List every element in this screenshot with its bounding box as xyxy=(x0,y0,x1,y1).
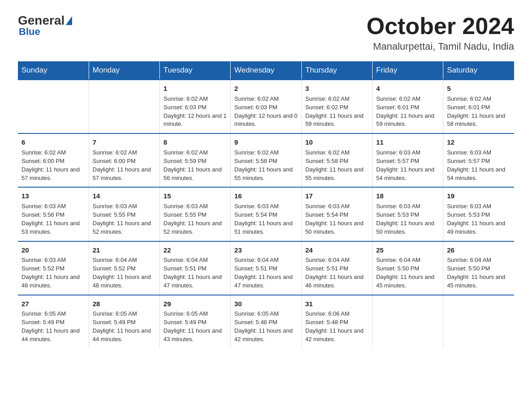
day-info: Sunrise: 6:02 AMSunset: 5:58 PMDaylight:… xyxy=(305,149,369,182)
day-number: 3 xyxy=(305,84,369,94)
day-info: Sunrise: 6:02 AMSunset: 6:03 PMDaylight:… xyxy=(163,95,227,128)
day-number: 7 xyxy=(93,137,156,147)
calendar-cell: 6Sunrise: 6:02 AMSunset: 6:00 PMDaylight… xyxy=(18,133,89,187)
day-info: Sunrise: 6:05 AMSunset: 5:49 PMDaylight:… xyxy=(21,310,85,343)
day-info: Sunrise: 6:02 AMSunset: 5:59 PMDaylight:… xyxy=(163,149,227,182)
calendar-cell: 31Sunrise: 6:06 AMSunset: 5:48 PMDayligh… xyxy=(301,295,372,348)
calendar-cell: 1Sunrise: 6:02 AMSunset: 6:03 PMDaylight… xyxy=(160,80,231,133)
calendar-cell: 13Sunrise: 6:03 AMSunset: 5:56 PMDayligh… xyxy=(18,187,89,241)
calendar-cell: 4Sunrise: 6:02 AMSunset: 6:01 PMDaylight… xyxy=(372,80,443,133)
calendar-cell: 7Sunrise: 6:02 AMSunset: 6:00 PMDaylight… xyxy=(89,133,159,187)
calendar-cell: 11Sunrise: 6:03 AMSunset: 5:57 PMDayligh… xyxy=(372,133,443,187)
day-info: Sunrise: 6:02 AMSunset: 6:01 PMDaylight:… xyxy=(376,95,439,128)
calendar-cell: 16Sunrise: 6:03 AMSunset: 5:54 PMDayligh… xyxy=(231,187,301,241)
calendar-week-row: 13Sunrise: 6:03 AMSunset: 5:56 PMDayligh… xyxy=(18,187,514,241)
calendar-cell: 3Sunrise: 6:02 AMSunset: 6:02 PMDaylight… xyxy=(301,80,372,133)
day-info: Sunrise: 6:04 AMSunset: 5:51 PMDaylight:… xyxy=(163,256,227,290)
calendar-cell: 9Sunrise: 6:02 AMSunset: 5:58 PMDaylight… xyxy=(231,133,301,187)
day-info: Sunrise: 6:04 AMSunset: 5:51 PMDaylight:… xyxy=(305,256,369,290)
day-number: 21 xyxy=(93,245,156,255)
day-number: 4 xyxy=(376,84,439,94)
calendar-cell xyxy=(443,295,514,348)
day-number: 29 xyxy=(163,299,227,309)
calendar-cell: 12Sunrise: 6:03 AMSunset: 5:57 PMDayligh… xyxy=(443,133,514,187)
day-info: Sunrise: 6:04 AMSunset: 5:51 PMDaylight:… xyxy=(234,256,297,290)
calendar-week-row: 27Sunrise: 6:05 AMSunset: 5:49 PMDayligh… xyxy=(18,295,514,348)
calendar-cell: 2Sunrise: 6:02 AMSunset: 6:03 PMDaylight… xyxy=(231,80,301,133)
day-info: Sunrise: 6:02 AMSunset: 6:01 PMDaylight:… xyxy=(447,95,511,128)
day-info: Sunrise: 6:02 AMSunset: 6:00 PMDaylight:… xyxy=(93,149,156,182)
calendar-week-row: 6Sunrise: 6:02 AMSunset: 6:00 PMDaylight… xyxy=(18,133,514,187)
day-info: Sunrise: 6:04 AMSunset: 5:50 PMDaylight:… xyxy=(447,256,511,290)
calendar-cell: 23Sunrise: 6:04 AMSunset: 5:51 PMDayligh… xyxy=(231,241,301,295)
calendar-cell: 19Sunrise: 6:03 AMSunset: 5:53 PMDayligh… xyxy=(443,187,514,241)
calendar-cell: 14Sunrise: 6:03 AMSunset: 5:55 PMDayligh… xyxy=(89,187,159,241)
calendar-cell: 29Sunrise: 6:05 AMSunset: 5:49 PMDayligh… xyxy=(160,295,231,348)
calendar-header-friday: Friday xyxy=(372,61,443,80)
calendar-cell: 21Sunrise: 6:04 AMSunset: 5:52 PMDayligh… xyxy=(89,241,159,295)
day-info: Sunrise: 6:02 AMSunset: 6:03 PMDaylight:… xyxy=(234,95,297,128)
calendar-header-thursday: Thursday xyxy=(301,61,372,80)
day-number: 27 xyxy=(21,299,85,309)
calendar-cell: 22Sunrise: 6:04 AMSunset: 5:51 PMDayligh… xyxy=(160,241,231,295)
calendar-cell: 10Sunrise: 6:02 AMSunset: 5:58 PMDayligh… xyxy=(301,133,372,187)
day-number: 17 xyxy=(305,191,369,201)
day-number: 18 xyxy=(376,191,439,201)
day-number: 20 xyxy=(21,245,85,255)
calendar-header-saturday: Saturday xyxy=(443,61,514,80)
day-info: Sunrise: 6:06 AMSunset: 5:48 PMDaylight:… xyxy=(305,310,369,343)
calendar-cell: 18Sunrise: 6:03 AMSunset: 5:53 PMDayligh… xyxy=(372,187,443,241)
day-number: 1 xyxy=(163,84,227,94)
day-number: 24 xyxy=(305,245,369,255)
day-info: Sunrise: 6:02 AMSunset: 6:00 PMDaylight:… xyxy=(21,149,85,182)
day-info: Sunrise: 6:02 AMSunset: 5:58 PMDaylight:… xyxy=(234,149,297,182)
day-info: Sunrise: 6:03 AMSunset: 5:52 PMDaylight:… xyxy=(21,256,85,290)
calendar-header-row: SundayMondayTuesdayWednesdayThursdayFrid… xyxy=(18,61,514,80)
day-info: Sunrise: 6:03 AMSunset: 5:53 PMDaylight:… xyxy=(447,202,511,236)
day-number: 9 xyxy=(234,137,297,147)
day-info: Sunrise: 6:03 AMSunset: 5:57 PMDaylight:… xyxy=(376,149,439,182)
day-info: Sunrise: 6:03 AMSunset: 5:53 PMDaylight:… xyxy=(376,202,439,236)
calendar-cell: 8Sunrise: 6:02 AMSunset: 5:59 PMDaylight… xyxy=(160,133,231,187)
title-area: October 2024 Manalurpettai, Tamil Nadu, … xyxy=(367,13,515,52)
calendar-cell: 5Sunrise: 6:02 AMSunset: 6:01 PMDaylight… xyxy=(443,80,514,133)
day-number: 25 xyxy=(376,245,439,255)
calendar-cell: 20Sunrise: 6:03 AMSunset: 5:52 PMDayligh… xyxy=(18,241,89,295)
logo-triangle-icon xyxy=(66,16,72,25)
day-number: 13 xyxy=(21,191,85,201)
month-title: October 2024 xyxy=(367,13,515,39)
day-info: Sunrise: 6:04 AMSunset: 5:50 PMDaylight:… xyxy=(376,256,439,290)
day-info: Sunrise: 6:03 AMSunset: 5:54 PMDaylight:… xyxy=(305,202,369,236)
day-number: 23 xyxy=(234,245,297,255)
calendar-header-tuesday: Tuesday xyxy=(160,61,231,80)
calendar-cell: 28Sunrise: 6:05 AMSunset: 5:49 PMDayligh… xyxy=(89,295,159,348)
day-number: 8 xyxy=(163,137,227,147)
day-info: Sunrise: 6:03 AMSunset: 5:55 PMDaylight:… xyxy=(93,202,156,236)
day-number: 16 xyxy=(234,191,297,201)
day-number: 28 xyxy=(93,299,156,309)
day-number: 14 xyxy=(93,191,156,201)
day-info: Sunrise: 6:03 AMSunset: 5:56 PMDaylight:… xyxy=(21,202,85,236)
calendar-cell: 15Sunrise: 6:03 AMSunset: 5:55 PMDayligh… xyxy=(160,187,231,241)
location-title: Manalurpettai, Tamil Nadu, India xyxy=(367,41,515,52)
calendar-week-row: 20Sunrise: 6:03 AMSunset: 5:52 PMDayligh… xyxy=(18,241,514,295)
day-info: Sunrise: 6:05 AMSunset: 5:48 PMDaylight:… xyxy=(234,310,297,343)
calendar-cell: 26Sunrise: 6:04 AMSunset: 5:50 PMDayligh… xyxy=(443,241,514,295)
calendar-cell: 30Sunrise: 6:05 AMSunset: 5:48 PMDayligh… xyxy=(231,295,301,348)
logo-subtitle: Blue xyxy=(19,26,40,38)
day-number: 6 xyxy=(21,137,85,147)
day-info: Sunrise: 6:05 AMSunset: 5:49 PMDaylight:… xyxy=(163,310,227,343)
calendar-cell: 24Sunrise: 6:04 AMSunset: 5:51 PMDayligh… xyxy=(301,241,372,295)
calendar-cell: 25Sunrise: 6:04 AMSunset: 5:50 PMDayligh… xyxy=(372,241,443,295)
calendar-cell xyxy=(372,295,443,348)
day-info: Sunrise: 6:03 AMSunset: 5:57 PMDaylight:… xyxy=(447,149,511,182)
day-number: 22 xyxy=(163,245,227,255)
logo: General Blue xyxy=(18,13,73,38)
day-number: 12 xyxy=(447,137,511,147)
day-number: 2 xyxy=(234,84,297,94)
day-number: 26 xyxy=(447,245,511,255)
day-info: Sunrise: 6:03 AMSunset: 5:55 PMDaylight:… xyxy=(163,202,227,236)
day-number: 31 xyxy=(305,299,369,309)
header: General Blue October 2024 Manalurpettai,… xyxy=(18,13,514,52)
day-number: 10 xyxy=(305,137,369,147)
